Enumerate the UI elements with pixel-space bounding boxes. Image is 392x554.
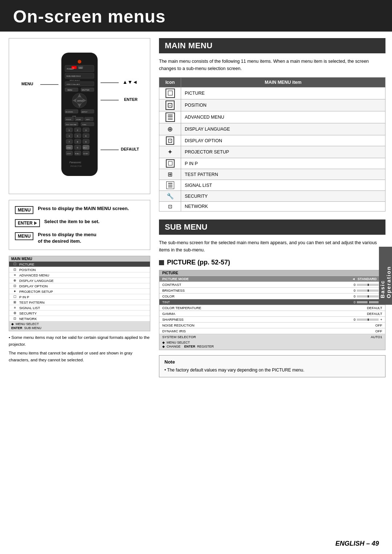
mini-menu-label: PICTURE xyxy=(19,262,34,266)
svg-text:STBY: STBY xyxy=(79,67,83,69)
table-cell: DISPLAY OPTION xyxy=(181,135,385,146)
mini-menu-item: ⊕ DISPLAY LANGUAGE xyxy=(9,278,150,283)
picture-menu-screenshot: PICTURE PICTURE MODE ◄ STANDARD ► CONTRA… xyxy=(159,270,385,350)
mini-menu-label: SIGNAL LIST xyxy=(19,306,40,310)
menu-instruction-text-3: Press to display the menuof the desired … xyxy=(38,231,96,245)
sub-menu-header: SUB MENU xyxy=(159,219,385,235)
main-menu-header: MAIN MENU xyxy=(159,38,385,53)
menu-icon-display: ⊡ xyxy=(166,136,174,145)
svg-text:FUNC: FUNC xyxy=(82,124,86,126)
remote-image: MENU ▲▼◄ ENTER DEFAULT POWER xyxy=(9,38,150,194)
left-column: MENU ▲▼◄ ENTER DEFAULT POWER xyxy=(0,32,156,384)
svg-text:ASPECT: ASPECT xyxy=(82,111,88,113)
table-row: ☐ P IN P xyxy=(159,158,385,169)
svg-text:STND: STND xyxy=(67,147,71,149)
mini-menu-item: ✦ PROJECTOR SETUP xyxy=(9,289,150,294)
mini-menu-item: ⊡ DISPLAY OPTION xyxy=(9,283,150,289)
table-cell: ADVANCED MENU xyxy=(181,111,385,123)
svg-text:ON SCREEN: ON SCREEN xyxy=(65,111,73,113)
table-row: ☐ PICTURE xyxy=(159,87,385,99)
picture-row-iris: DYNAMIC IRIS OFF xyxy=(159,328,385,334)
main-menu-table: Icon MAIN MENU item ☐ PICTURE ⊡ POSITION… xyxy=(159,77,385,212)
menu-icon-pip: ☐ xyxy=(166,159,175,168)
table-cell: SECURITY xyxy=(181,191,385,202)
right-column: MAIN MENU The main menu consists of the … xyxy=(156,32,392,384)
menu-instruction-row-3: MENU Press to display the menuof the des… xyxy=(15,231,144,245)
picture-row-tint: TINT 0 + xyxy=(159,299,385,305)
table-row: 🔧 SECURITY xyxy=(159,191,385,202)
menu-icon-language: ⊕ xyxy=(167,126,173,133)
black-square-icon xyxy=(159,260,164,265)
mini-menu-item: ⊡ NETWORK xyxy=(9,316,150,321)
mini-menu-label: DISPLAY LANGUAGE xyxy=(19,279,54,283)
mini-menu-label: ADVANCED MENU xyxy=(19,273,49,277)
svg-text:SHUTTER: SHUTTER xyxy=(82,89,90,91)
table-row: ⊕ DISPLAY LANGUAGE xyxy=(159,123,385,135)
note-box: Note • The factory default values may va… xyxy=(159,355,385,377)
menu-instruction-text-1: Press to display the MAIN MENU screen. xyxy=(38,205,129,212)
svg-text:VIDEO  S-Video  AUX: VIDEO S-Video AUX xyxy=(66,83,80,85)
mini-menu-label: POSITION xyxy=(19,268,36,272)
picture-menu-footer: ◆ MENU SELECT ◆ CHANGE ENTER REGISTER xyxy=(159,340,385,350)
svg-text:RGB1  RGB2  DVI-D: RGB1 RGB2 DVI-D xyxy=(66,75,81,77)
table-row: ⊡ NETWORK xyxy=(159,202,385,212)
page-header: On-screen menus xyxy=(0,0,392,32)
mini-menu-item: ⊡ POSITION xyxy=(9,267,150,272)
table-cell: PICTURE xyxy=(181,87,385,99)
menu-icon-signal: ☰ xyxy=(166,181,174,189)
table-row: ☰ SIGNAL LIST xyxy=(159,180,385,191)
mini-menu-footer-text-1: ◆ MENU SELECT xyxy=(11,322,148,326)
svg-text:PROJECTOR: PROJECTOR xyxy=(70,165,82,167)
menu-button-icon: MENU xyxy=(15,206,33,214)
menu-icon-projector: ✦ xyxy=(167,148,173,156)
mini-menu-item: ⊞ TEST PATTERN xyxy=(9,300,150,305)
enter-label: ENTER xyxy=(124,97,138,102)
enter-button-icon: ENTER xyxy=(15,219,40,227)
mini-menu-label: TEST PATTERN xyxy=(19,300,45,304)
menu-icon-network: ⊡ xyxy=(168,204,172,209)
table-header-icon: Icon xyxy=(159,78,181,87)
table-row: ✦ PROJECTOR SETUP xyxy=(159,146,385,158)
picture-row-noise: NOISE REDUCTION OFF xyxy=(159,322,385,328)
picture-row-color: COLOR 0 + xyxy=(159,293,385,299)
table-row: ⊞ TEST PATTERN xyxy=(159,169,385,180)
svg-text:ID SET: ID SET xyxy=(83,153,88,155)
menu-icon-test: ⊞ xyxy=(168,171,172,177)
menu-icon-position: ⊡ xyxy=(166,100,175,110)
mini-menu-item: ☐ P IN P xyxy=(9,294,150,300)
table-cell: DISPLAY LANGUAGE xyxy=(181,123,385,135)
table-cell: NETWORK xyxy=(181,202,385,212)
mini-menu-icon: ☐ xyxy=(12,262,18,266)
mini-menu-item: ≡ SIGNAL LIST xyxy=(9,305,150,311)
table-cell: POSITION xyxy=(181,99,385,111)
table-row: ⊡ POSITION xyxy=(159,99,385,111)
menu-icon-picture: ☐ xyxy=(166,89,175,98)
picture-section-header: PICTURE (pp. 52-57) xyxy=(159,259,385,266)
menu-button-icon-2: MENU xyxy=(15,232,33,240)
menu-instruction-row-1: MENU Press to display the MAIN MENU scre… xyxy=(15,205,144,214)
basic-operation-tab: Basic Operation xyxy=(379,247,392,305)
mini-menu-footer: ◆ MENU SELECT ENTER SUB MENU xyxy=(9,321,150,331)
menu-label: MENU xyxy=(21,82,33,86)
table-row: ⊡ DISPLAY OPTION xyxy=(159,135,385,146)
svg-text:TEST  TEST PAT: TEST TEST PAT xyxy=(66,124,77,126)
svg-text:MENU: MENU xyxy=(68,89,72,91)
table-header-item: MAIN MENU item xyxy=(181,78,385,87)
menu-instructions-box: MENU Press to display the MAIN MENU scre… xyxy=(9,200,150,250)
mini-menu-item: ≡ ADVANCED MENU xyxy=(9,272,150,278)
svg-text:INPUT SELECT: INPUT SELECT xyxy=(70,79,80,81)
svg-text:ZOOM: ZOOM xyxy=(76,119,81,120)
svg-text:ENTER: ENTER xyxy=(77,100,83,102)
svg-text:Panasonic: Panasonic xyxy=(69,161,81,164)
table-cell: PROJECTOR SETUP xyxy=(181,146,385,158)
svg-text:ON: ON xyxy=(72,67,74,69)
page-title: On-screen menus xyxy=(13,7,379,26)
mini-menu-box: MAIN MENU ☐ PICTURE ⊡ POSITION ≡ ADVANCE… xyxy=(9,256,150,331)
svg-text:DFLT: DFLT xyxy=(83,147,87,149)
picture-row-gamma: GAMMA DEFAULT xyxy=(159,311,385,316)
svg-point-5 xyxy=(78,60,81,63)
svg-text:ID ALL: ID ALL xyxy=(75,153,80,155)
picture-row-sharpness: SHARPNESS 0 + xyxy=(159,316,385,322)
main-menu-description: The main menu consists of the following … xyxy=(159,58,385,72)
mini-menu-label: P IN P xyxy=(19,295,29,299)
